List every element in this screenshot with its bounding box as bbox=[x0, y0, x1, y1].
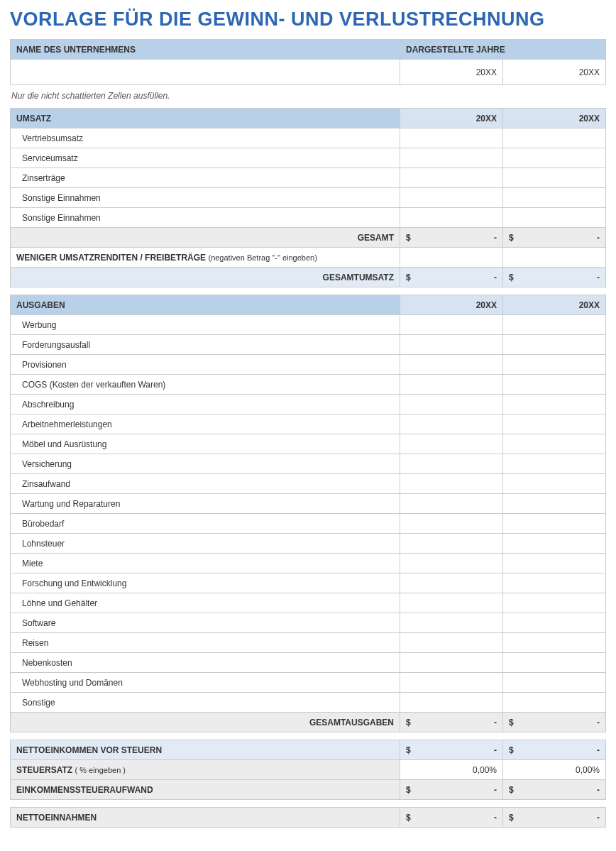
expense-item-y2[interactable] bbox=[503, 554, 606, 573]
expense-item-label: Forderungsausfall bbox=[11, 335, 400, 355]
tax-rate-y1[interactable]: 0,00% bbox=[400, 760, 503, 780]
expense-item-label: Wartung und Reparaturen bbox=[11, 494, 400, 514]
tax-rate-y2[interactable]: 0,00% bbox=[503, 760, 606, 780]
expense-item-y1[interactable] bbox=[400, 494, 503, 514]
expense-item-y2[interactable] bbox=[503, 395, 606, 414]
company-name-header: NAME DES UNTERNEHMENS bbox=[11, 40, 400, 60]
expenses-total-y1: $- bbox=[400, 713, 503, 732]
revenue-item-y2[interactable] bbox=[503, 188, 606, 208]
expense-item-y1[interactable] bbox=[400, 454, 503, 474]
revenue-less-label: WENIGER UMSATZRENDITEN / FREIBETRÄGE (ne… bbox=[11, 248, 400, 268]
expense-item-label: Arbeitnehmerleistungen bbox=[11, 414, 400, 434]
expense-item-label: Forschung und Entwicklung bbox=[11, 573, 400, 593]
net-income-y1: $- bbox=[400, 808, 503, 828]
expense-item-label: COGS (Kosten der verkauften Waren) bbox=[11, 375, 400, 395]
net-income-label: NETTOEINNAHMEN bbox=[11, 808, 400, 828]
expenses-header: AUSGABEN bbox=[11, 295, 400, 315]
expense-item-y1[interactable] bbox=[400, 514, 503, 534]
expense-item-y2[interactable] bbox=[503, 633, 606, 653]
pre-tax-y2: $- bbox=[503, 740, 606, 760]
expenses-year1: 20XX bbox=[400, 295, 503, 315]
revenue-item-y2[interactable] bbox=[503, 208, 606, 228]
expense-item-label: Lohnsteuer bbox=[11, 534, 400, 554]
expense-item-label: Reisen bbox=[11, 633, 400, 653]
revenue-less-y1[interactable] bbox=[400, 248, 503, 268]
revenue-item-y1[interactable] bbox=[400, 208, 503, 228]
expense-item-y1[interactable] bbox=[400, 375, 503, 395]
expense-item-y2[interactable] bbox=[503, 653, 606, 673]
year1-input[interactable]: 20XX bbox=[400, 60, 503, 85]
revenue-item-label: Sonstige Einnahmen bbox=[11, 208, 400, 228]
pre-tax-y1: $- bbox=[400, 740, 503, 760]
summary-table: NETTOEINKOMMEN VOR STEUERN $- $- STEUERS… bbox=[10, 740, 606, 800]
expense-item-y2[interactable] bbox=[503, 434, 606, 454]
expense-item-y2[interactable] bbox=[503, 454, 606, 474]
net-income-table: NETTOEINNAHMEN $- $- bbox=[10, 807, 606, 828]
expense-item-label: Versicherung bbox=[11, 454, 400, 474]
expense-item-y2[interactable] bbox=[503, 414, 606, 434]
year2-input[interactable]: 20XX bbox=[503, 60, 606, 85]
expense-item-y1[interactable] bbox=[400, 573, 503, 593]
revenue-grand-label: GESAMTUMSATZ bbox=[11, 268, 400, 287]
revenue-item-label: Serviceumsatz bbox=[11, 148, 400, 168]
expense-item-y1[interactable] bbox=[400, 434, 503, 454]
expenses-total-label: GESAMTAUSGABEN bbox=[11, 713, 400, 732]
tax-rate-label: STEUERSATZ ( % eingeben ) bbox=[11, 760, 400, 780]
expense-item-y1[interactable] bbox=[400, 613, 503, 633]
expense-item-y2[interactable] bbox=[503, 534, 606, 554]
revenue-table: UMSATZ 20XX 20XX VertriebsumsatzServiceu… bbox=[10, 108, 606, 287]
expense-item-y1[interactable] bbox=[400, 693, 503, 713]
expense-item-y1[interactable] bbox=[400, 633, 503, 653]
revenue-item-label: Zinserträge bbox=[11, 168, 400, 188]
revenue-item-y1[interactable] bbox=[400, 168, 503, 188]
expense-item-label: Software bbox=[11, 613, 400, 633]
revenue-item-label: Vertriebsumsatz bbox=[11, 128, 400, 148]
revenue-item-y2[interactable] bbox=[503, 168, 606, 188]
expense-item-y2[interactable] bbox=[503, 593, 606, 613]
company-header-table: NAME DES UNTERNEHMENS DARGESTELLTE JAHRE… bbox=[10, 39, 606, 85]
expense-item-y2[interactable] bbox=[503, 673, 606, 693]
expense-item-y1[interactable] bbox=[400, 593, 503, 613]
revenue-year1: 20XX bbox=[400, 109, 503, 128]
expense-item-label: Löhne und Gehälter bbox=[11, 593, 400, 613]
expense-item-y1[interactable] bbox=[400, 395, 503, 414]
pre-tax-label: NETTOEINKOMMEN VOR STEUERN bbox=[11, 740, 400, 760]
expense-item-label: Webhosting und Domänen bbox=[11, 673, 400, 693]
company-name-input[interactable] bbox=[11, 60, 400, 85]
revenue-grand-y1: $- bbox=[400, 268, 503, 287]
expense-item-label: Abschreibung bbox=[11, 395, 400, 414]
expense-item-y2[interactable] bbox=[503, 514, 606, 534]
expense-item-y1[interactable] bbox=[400, 653, 503, 673]
expense-item-y2[interactable] bbox=[503, 375, 606, 395]
revenue-total-y2: $- bbox=[503, 228, 606, 248]
revenue-item-y2[interactable] bbox=[503, 148, 606, 168]
revenue-grand-y2: $- bbox=[503, 268, 606, 287]
expense-item-label: Möbel und Ausrüstung bbox=[11, 434, 400, 454]
expense-item-y2[interactable] bbox=[503, 494, 606, 514]
expenses-total-y2: $- bbox=[503, 713, 606, 732]
expense-item-y2[interactable] bbox=[503, 474, 606, 494]
expense-item-y1[interactable] bbox=[400, 673, 503, 693]
expense-item-y2[interactable] bbox=[503, 613, 606, 633]
tax-expense-label: EINKOMMENSSTEUERAUFWAND bbox=[11, 780, 400, 800]
expense-item-y1[interactable] bbox=[400, 414, 503, 434]
revenue-less-y2[interactable] bbox=[503, 248, 606, 268]
expense-item-label: Nebenkosten bbox=[11, 653, 400, 673]
revenue-item-y1[interactable] bbox=[400, 148, 503, 168]
revenue-item-y1[interactable] bbox=[400, 188, 503, 208]
expense-item-y2[interactable] bbox=[503, 335, 606, 355]
expense-item-y1[interactable] bbox=[400, 474, 503, 494]
revenue-item-y1[interactable] bbox=[400, 128, 503, 148]
expense-item-y2[interactable] bbox=[503, 355, 606, 375]
expense-item-y1[interactable] bbox=[400, 335, 503, 355]
expense-item-y1[interactable] bbox=[400, 554, 503, 573]
expense-item-y1[interactable] bbox=[400, 315, 503, 335]
expense-item-y2[interactable] bbox=[503, 573, 606, 593]
expense-item-y2[interactable] bbox=[503, 693, 606, 713]
revenue-year2: 20XX bbox=[503, 109, 606, 128]
expense-item-y2[interactable] bbox=[503, 315, 606, 335]
expense-item-y1[interactable] bbox=[400, 534, 503, 554]
revenue-item-y2[interactable] bbox=[503, 128, 606, 148]
expense-item-y1[interactable] bbox=[400, 355, 503, 375]
revenue-item-label: Sonstige Einnahmen bbox=[11, 188, 400, 208]
